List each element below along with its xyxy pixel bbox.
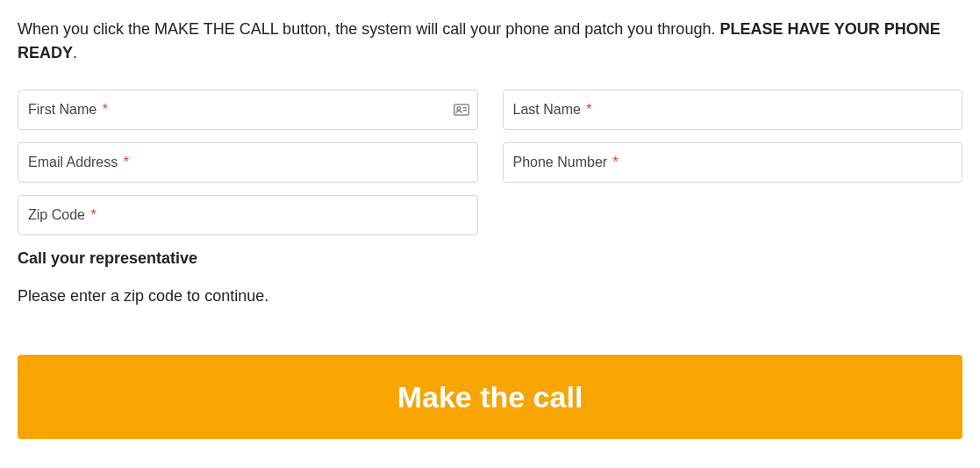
zip-field[interactable] [18, 195, 478, 235]
last-name-input[interactable] [503, 90, 963, 130]
prompt-text: Please enter a zip code to continue. [18, 287, 962, 306]
email-field[interactable] [18, 142, 478, 183]
form-grid: First Name * Last Name * [18, 90, 962, 235]
email-wrap: Email Address * [18, 142, 478, 183]
instruction-text: When you click the MAKE THE CALL button,… [18, 18, 962, 65]
first-name-wrap: First Name * [18, 90, 478, 130]
zip-wrap: Zip Code * [18, 195, 478, 235]
section-heading: Call your representative [18, 249, 962, 268]
instruction-normal: When you click the MAKE THE CALL button,… [18, 20, 719, 38]
last-name-wrap: Last Name * [503, 90, 963, 130]
make-call-button[interactable]: Make the call [18, 355, 962, 439]
instruction-period: . [73, 44, 77, 61]
phone-wrap: Phone Number * [503, 142, 963, 183]
phone-field[interactable] [503, 142, 963, 183]
first-name-input[interactable] [18, 90, 478, 130]
